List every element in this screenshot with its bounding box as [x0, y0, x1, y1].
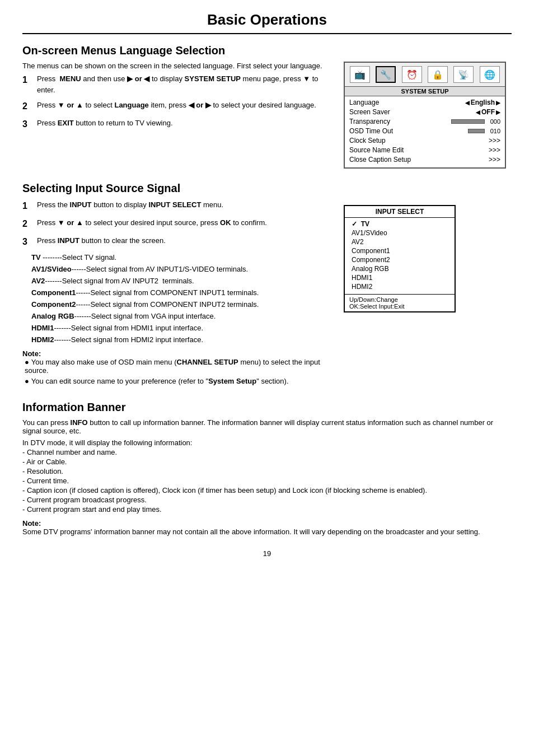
- setup-arrow-source-name: >>>: [489, 146, 500, 154]
- source-av1: AV1/SVideo------Select signal from AV IN…: [31, 265, 332, 273]
- icon-clock: ⏰: [402, 66, 422, 83]
- input-select-title: INPUT SELECT: [345, 206, 455, 218]
- arrow-right-language: ▶: [496, 100, 500, 106]
- setup-number-transparency: 000: [485, 118, 500, 125]
- step-2-1: 1 Press the INPUT button to display INPU…: [22, 199, 332, 213]
- input-item-tv: ✓ TV: [352, 220, 448, 228]
- step-1-3: 3 Press EXIT button to return to TV view…: [22, 118, 332, 131]
- input-item-hdmi1: HDMI1: [352, 274, 448, 282]
- setup-bar-osd: [468, 129, 485, 133]
- section2-text-col: 1 Press the INPUT button to display INPU…: [22, 199, 332, 388]
- setup-label-clock: Clock Setup: [349, 137, 489, 144]
- setup-label-caption: Close Caption Setup: [349, 156, 489, 164]
- note2-bullet1: You may also make use of OSD main menu (…: [22, 358, 332, 375]
- page-title: Basic Operations: [22, 11, 512, 34]
- icon-lock: 🔒: [428, 66, 448, 83]
- step-2-3: 3 Press INPUT button to clear the screen…: [22, 235, 332, 249]
- section1-text-col: The menus can be shown on the screen in …: [22, 62, 332, 136]
- step-1-3-text: Press EXIT button to return to TV viewin…: [37, 118, 332, 131]
- note3-text: Some DTV programs' information banner ma…: [22, 528, 512, 536]
- note3-title: Note:: [22, 519, 512, 528]
- input-select-footer: Up/Down:Change OK:Select Input:Exit: [345, 295, 455, 311]
- setup-row-clock: Clock Setup >>>: [349, 137, 500, 144]
- dtv-intro: In DTV mode, it will display the followi…: [22, 438, 512, 447]
- setup-label-osd: OSD Time Out: [349, 127, 466, 135]
- step-2-num-3: 3: [22, 235, 35, 249]
- note2-bullet2: You can edit source name to your prefere…: [22, 377, 332, 385]
- system-setup-title: SYSTEM SETUP: [345, 87, 505, 96]
- section1-image-col: 📺 🔧 ⏰ 🔒 📡 🌐 SYSTEM SETUP Language ◀ Engl…: [344, 62, 512, 169]
- step-num-2: 2: [22, 100, 35, 113]
- info-list: In DTV mode, it will display the followi…: [22, 438, 512, 514]
- arrow-left-screensaver: ◀: [476, 109, 480, 115]
- step-1-1-text: Press MENU and then use ▶ or ◀ to displa…: [37, 73, 332, 95]
- section3-note: Note: Some DTV programs' information ban…: [22, 519, 512, 536]
- section2-steps: 1 Press the INPUT button to display INPU…: [22, 199, 332, 249]
- step-1-2-text: Press ▼ or ▲ to select Language item, pr…: [37, 100, 332, 113]
- step-num-1: 1: [22, 73, 35, 95]
- step-num-3: 3: [22, 118, 35, 131]
- input-item-hdmi2: HDMI2: [352, 283, 448, 291]
- input-item-component1: Component1: [352, 247, 448, 255]
- step-2-num-1: 1: [22, 199, 35, 213]
- setup-row-osd: OSD Time Out 010: [349, 127, 500, 135]
- section2-title: Selecting Input Source Signal: [22, 182, 512, 195]
- input-select-body: ✓ TV AV1/SVideo AV2 Component1 Component…: [345, 218, 455, 295]
- section3-title: Information Banner: [22, 401, 512, 414]
- icon-network: 📡: [453, 66, 474, 83]
- input-item-analog-rgb: Analog RGB: [352, 265, 448, 273]
- input-item-av2: AV2: [352, 238, 448, 246]
- setup-label-transparency: Transparency: [349, 118, 449, 125]
- icon-star: 🌐: [480, 66, 500, 83]
- step-2-2: 2 Press ▼ or ▲ to select your desired in…: [22, 217, 332, 231]
- icon-tv: 📺: [350, 66, 370, 83]
- info-item-2: - Air or Cable.: [22, 458, 512, 466]
- footer-up-down: Up/Down:Change: [349, 296, 450, 303]
- section-info-banner: Information Banner You can press INFO bu…: [22, 401, 512, 536]
- system-setup-box: 📺 🔧 ⏰ 🔒 📡 🌐 SYSTEM SETUP Language ◀ Engl…: [344, 62, 506, 169]
- setup-row-caption: Close Caption Setup >>>: [349, 156, 500, 164]
- section1-steps: 1 Press MENU and then use ▶ or ◀ to disp…: [22, 73, 332, 131]
- section2-notes: Note: You may also make use of OSD main …: [22, 349, 332, 385]
- section1-intro: The menus can be shown on the screen in …: [22, 62, 332, 70]
- note2-title: Note:: [22, 349, 332, 358]
- source-hdmi2: HDMI2-------Select signal from HDMI2 inp…: [31, 335, 332, 344]
- setup-label-language: Language: [349, 99, 465, 106]
- section-language-selection: On-screen Menus Language Selection The m…: [22, 44, 512, 169]
- setup-row-language: Language ◀ English ▶: [349, 99, 500, 106]
- info-item-5: - Caption icon (if closed caption is off…: [22, 486, 512, 494]
- source-component2: Component2------Select signal from COMPO…: [31, 300, 332, 309]
- input-select-box: INPUT SELECT ✓ TV AV1/SVideo AV2 Compone…: [344, 205, 456, 312]
- section-input-source: Selecting Input Source Signal 1 Press th…: [22, 182, 512, 388]
- setup-label-source-name: Source Name Edit: [349, 146, 489, 154]
- input-item-av1: AV1/SVideo: [352, 229, 448, 237]
- input-item-component2: Component2: [352, 256, 448, 264]
- footer-ok-select: OK:Select Input:Exit: [349, 303, 450, 310]
- arrow-left-language: ◀: [465, 100, 470, 106]
- arrow-right-screensaver: ▶: [496, 109, 500, 115]
- source-tv: TV --------Select TV signal.: [31, 253, 332, 262]
- section1-title: On-screen Menus Language Selection: [22, 44, 512, 57]
- setup-row-transparency: Transparency 000: [349, 118, 500, 125]
- source-analog-rgb: Analog RGB-------Select signal from VGA …: [31, 312, 332, 320]
- info-item-6: - Current program broadcast progress.: [22, 496, 512, 504]
- info-item-1: - Channel number and name.: [22, 448, 512, 456]
- setup-row-screensaver: Screen Saver ◀ OFF ▶: [349, 108, 500, 116]
- section3-intro: You can press INFO button to call up inf…: [22, 418, 512, 435]
- step-2-3-text: Press INPUT button to clear the screen.: [37, 235, 332, 249]
- setup-arrow-clock: >>>: [489, 137, 500, 144]
- info-item-7: - Current program start and end play tim…: [22, 505, 512, 514]
- setup-number-osd: 010: [485, 128, 500, 134]
- icon-setup: 🔧: [376, 66, 396, 83]
- system-setup-body: Language ◀ English ▶ Screen Saver ◀ OFF: [345, 96, 505, 167]
- step-2-num-2: 2: [22, 217, 35, 231]
- setup-value-language: ◀ English ▶: [465, 99, 500, 106]
- setup-row-source-name: Source Name Edit >>>: [349, 146, 500, 154]
- setup-arrow-caption: >>>: [489, 156, 500, 164]
- source-av2: AV2-------Select signal from AV INPUT2 t…: [31, 277, 332, 285]
- step-2-2-text: Press ▼ or ▲ to select your desired inpu…: [37, 217, 332, 231]
- step-1-2: 2 Press ▼ or ▲ to select Language item, …: [22, 100, 332, 113]
- page-number: 19: [22, 549, 512, 558]
- section2-image-col: INPUT SELECT ✓ TV AV1/SVideo AV2 Compone…: [344, 199, 512, 312]
- setup-bar-transparency: [451, 119, 485, 124]
